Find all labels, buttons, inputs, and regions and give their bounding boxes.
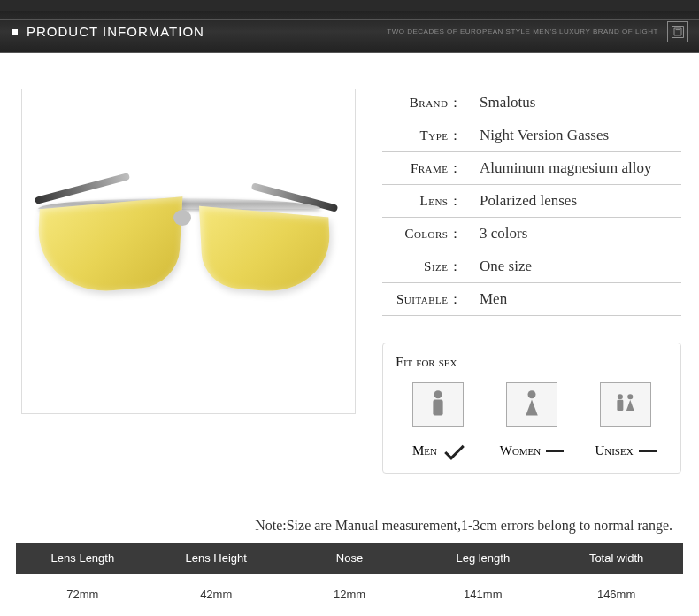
svg-point-1 — [434, 390, 442, 398]
size-value-cell: 141mm — [416, 584, 549, 604]
spec-label: Type — [382, 127, 462, 144]
size-value-cell: 72mm — [16, 584, 150, 604]
size-header-cell: Total width — [549, 543, 683, 574]
fit-for-sex-section: Fit for sex Men Women — [382, 343, 681, 474]
svg-point-3 — [528, 390, 536, 398]
svg-rect-2 — [433, 399, 442, 415]
header-tagline: TWO DECADES OF EUROPEAN STYLE MEN'S LUXU… — [387, 27, 658, 35]
spec-label: Colors — [382, 226, 462, 243]
spec-row-brand: Brand Smalotus — [382, 89, 681, 119]
spec-value: Night Version Gasses — [462, 127, 609, 144]
blank-line-icon — [639, 450, 657, 452]
spec-value: Men — [462, 290, 507, 308]
spec-row-size: Size One size — [382, 252, 681, 283]
spec-row-frame: Frame Aluminum magnesium alloy — [382, 154, 681, 185]
fit-title: Fit for sex — [396, 354, 668, 370]
header-bar: PRODUCT INFORMATION TWO DECADES OF EUROP… — [0, 11, 699, 53]
header-title: PRODUCT INFORMATION — [27, 24, 204, 39]
men-icon — [412, 382, 464, 427]
women-icon — [506, 382, 557, 427]
spec-label: Suitable — [382, 291, 462, 308]
brand-badge-icon — [667, 21, 688, 42]
size-header-cell: Lens Length — [16, 543, 150, 574]
fit-item-unisex: Unisex — [583, 382, 668, 458]
spec-row-lens: Lens Polarized lenses — [382, 187, 681, 218]
spec-label: Size — [382, 258, 462, 275]
size-value-cell: 12mm — [283, 584, 417, 604]
unisex-icon — [600, 382, 651, 427]
blank-line-icon — [546, 450, 564, 452]
size-value-cell: 42mm — [150, 584, 283, 604]
header-bullet-icon — [12, 29, 18, 35]
product-image — [21, 89, 356, 414]
size-header-cell: Leg length — [416, 543, 549, 574]
size-table-row: 72mm 42mm 12mm 141mm 146mm — [16, 574, 683, 615]
spec-label: Frame — [382, 160, 462, 177]
fit-item-men: Men — [396, 382, 480, 458]
spec-value: One size — [462, 258, 532, 275]
svg-point-4 — [618, 394, 623, 399]
svg-rect-5 — [617, 400, 623, 411]
spec-label: Lens — [382, 193, 462, 210]
spec-value: Smalotus — [462, 94, 535, 112]
fit-item-women: Women — [489, 382, 574, 458]
spec-value: Aluminum magnesium alloy — [462, 159, 652, 177]
spec-row-colors: Colors 3 colors — [382, 219, 681, 250]
spec-row-suitable: Suitable Men — [382, 285, 681, 316]
measurement-note: Note:Size are Manual measurement,1-3cm e… — [0, 491, 699, 543]
size-table: Lens Length Lens Height Nose Leg length … — [16, 543, 683, 615]
spec-value: 3 colors — [462, 225, 527, 243]
size-header-cell: Nose — [283, 543, 417, 574]
size-value-cell: 146mm — [549, 584, 683, 604]
svg-rect-0 — [672, 26, 684, 37]
specs-list: Brand Smalotus Type Night Version Gasses… — [382, 89, 681, 474]
svg-point-6 — [627, 394, 633, 399]
spec-label: Brand — [382, 95, 462, 112]
spec-row-type: Type Night Version Gasses — [382, 121, 681, 152]
fit-label: Men — [412, 443, 437, 458]
spec-value: Polarized lenses — [462, 192, 577, 210]
fit-label: Unisex — [595, 443, 633, 458]
checkmark-icon — [442, 445, 464, 458]
fit-label: Women — [500, 443, 542, 458]
size-header-cell: Lens Height — [150, 543, 283, 574]
size-table-header: Lens Length Lens Height Nose Leg length … — [16, 543, 683, 574]
